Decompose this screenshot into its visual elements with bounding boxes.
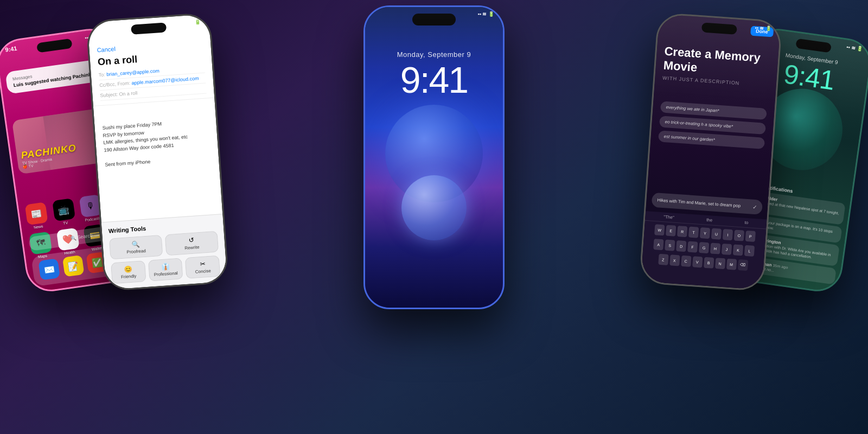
phone-3: ▪▪ ≋ 🔋 Monday, September 9 9:41	[363, 5, 505, 309]
proofread-icon: 🔍	[131, 240, 140, 248]
key-delete[interactable]: ⌫	[737, 259, 748, 271]
checkmark-icon: ✓	[752, 204, 757, 210]
pred-word-2: the	[706, 218, 713, 223]
key-r[interactable]: T	[688, 227, 699, 238]
concise-label: Concise	[195, 269, 211, 275]
key-u[interactable]: I	[723, 229, 733, 240]
key-a[interactable]: A	[653, 239, 663, 250]
status-icons-4: ▪▪ ≋ 🔋	[755, 25, 771, 31]
phones-container: 9:41 ▪▪▪ ≋ 🔋 Messages Luis suggested wat…	[0, 0, 868, 434]
dynamic-island-3	[412, 14, 456, 25]
key-z[interactable]: Z	[658, 254, 668, 265]
writing-tools-buttons-2: 😊 Friendly 👔 Professional ✂ Concise	[111, 256, 220, 284]
lock-bubble-container	[380, 105, 488, 240]
search-text-1: 🔍 Search	[69, 233, 93, 241]
key-s[interactable]: S	[665, 240, 675, 251]
phone-2-wrapper: 9:41 5G ≋ 🔋 Cancel On a roll To: brian_c…	[86, 12, 229, 292]
pred-word-3: to	[744, 220, 748, 225]
key-c[interactable]: C	[681, 256, 691, 267]
phone-4-screen: ▪▪ ≋ 🔋 Done Create a Memory Movie WITH J…	[641, 14, 781, 290]
app-tv-label: TV	[63, 221, 68, 225]
friendly-label: Friendly	[121, 273, 137, 279]
lock-date-3: Monday, September 9	[397, 50, 471, 59]
friendly-btn[interactable]: 😊 Friendly	[111, 260, 146, 284]
key-x[interactable]: X	[669, 254, 680, 266]
key-e[interactable]: R	[677, 226, 687, 237]
key-w[interactable]: E	[666, 225, 676, 237]
mail-body: Sushi my place Friday 7PM RSVP by tomorr…	[102, 117, 211, 168]
professional-icon: 👔	[161, 263, 170, 271]
dock-notes-icon: 📝	[62, 255, 85, 277]
rewrite-btn[interactable]: ↺ Rewrite	[165, 231, 219, 256]
friendly-icon: 😊	[124, 265, 132, 273]
key-t[interactable]: Y	[700, 227, 710, 239]
key-l[interactable]: L	[744, 245, 755, 257]
concise-btn[interactable]: ✂ Concise	[185, 256, 220, 279]
phone-2-screen: 9:41 5G ≋ 🔋 Cancel On a roll To: brian_c…	[87, 14, 227, 290]
memory-title-text: Create a Memory Movie	[663, 44, 771, 80]
key-f[interactable]: F	[687, 241, 698, 253]
app-news-icon: 📰	[25, 202, 48, 225]
status-time-2: 9:41	[97, 25, 109, 33]
phone-3-screen: ▪▪ ≋ 🔋 Monday, September 9 9:41	[365, 7, 503, 308]
writing-tools-buttons: 🔍 Proofread ↺ Rewrite	[109, 231, 219, 260]
app-tv-icon: 📺	[52, 198, 75, 221]
memory-title-area: Create a Memory Movie WITH JUST A DESCRI…	[662, 44, 771, 88]
bubble-inner	[401, 175, 467, 240]
key-m[interactable]: M	[726, 259, 736, 270]
pred-word-1: "The"	[663, 214, 674, 220]
key-b[interactable]: B	[704, 257, 714, 269]
dock-mail[interactable]: ✉️	[39, 258, 61, 280]
key-k[interactable]: K	[733, 244, 743, 256]
status-icons-2: 5G ≋ 🔋	[181, 19, 201, 25]
app-tv[interactable]: 📺 TV	[51, 198, 78, 226]
chat-input-text: Hikes with Tim and Marie, set to dream p…	[657, 197, 741, 208]
keyboard-4: "The" the to W E R T Y U I O P	[641, 211, 767, 290]
professional-label: Professional	[154, 271, 178, 277]
app-news[interactable]: 📰 News	[24, 202, 50, 230]
key-g[interactable]: G	[699, 242, 709, 253]
key-v[interactable]: V	[692, 256, 703, 267]
rewrite-label: Rewrite	[184, 245, 200, 251]
key-d[interactable]: D	[676, 240, 686, 252]
status-time-1: 9:41	[5, 45, 17, 53]
dock-notes[interactable]: 📝	[62, 255, 85, 277]
key-i[interactable]: O	[734, 229, 744, 241]
key-o[interactable]: P	[745, 231, 756, 242]
phone-4: ▪▪ ≋ 🔋 Done Create a Memory Movie WITH J…	[639, 12, 782, 292]
key-h[interactable]: H	[710, 242, 720, 254]
mail-to-value: brian_carey@apple.com	[106, 68, 159, 77]
proofread-label: Proofread	[126, 248, 146, 254]
key-n[interactable]: N	[715, 258, 725, 269]
mail-header-2: Cancel On a roll To: brian_carey@apple.c…	[89, 35, 215, 106]
status-icons-3: ▪▪ ≋ 🔋	[478, 11, 494, 17]
phone-4-wrapper: ▪▪ ≋ 🔋 Done Create a Memory Movie WITH J…	[639, 12, 782, 292]
concise-icon: ✂	[200, 260, 206, 268]
dock-mail-icon: ✉️	[39, 258, 61, 280]
app-podcasts-label: Podcasts	[85, 216, 100, 222]
proofread-btn[interactable]: 🔍 Proofread	[109, 235, 163, 260]
mail-body-area: Sushi my place Friday 7PM RSVP by tomorr…	[102, 117, 213, 194]
phone-3-wrapper: ▪▪ ≋ 🔋 Monday, September 9 9:41	[363, 5, 505, 309]
key-j[interactable]: J	[722, 244, 732, 255]
phone-2: 9:41 5G ≋ 🔋 Cancel On a roll To: brian_c…	[86, 12, 229, 292]
status-icons-5: ▪▪ ≋ 🔋	[846, 44, 863, 52]
chat-input-box[interactable]: Hikes with Tim and Marie, set to dream p…	[652, 193, 763, 215]
professional-btn[interactable]: 👔 Professional	[148, 258, 183, 281]
writing-tools-panel: Writing Tools 🔍 Proofread ↺ Rewrite	[101, 214, 227, 290]
app-news-label: News	[34, 224, 43, 229]
rewrite-icon: ↺	[189, 237, 195, 245]
chat-input-area: Hikes with Tim and Marie, set to dream p…	[652, 193, 763, 215]
lock-time-3: 9:41	[400, 59, 468, 101]
chat-bubbles-4: everything we ate in Japan* eo trick-or-…	[658, 101, 767, 152]
key-y[interactable]: U	[711, 228, 722, 239]
key-q[interactable]: W	[654, 224, 665, 235]
